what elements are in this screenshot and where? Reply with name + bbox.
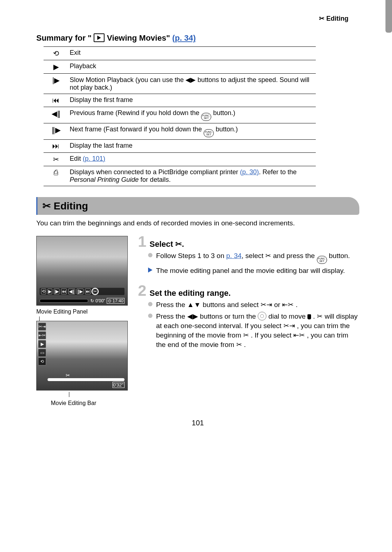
screenshot-playback: ⟲▶|▶⏮◀‖‖▶⏭✂ ↻ 0'00" ⊙ 17:40 xyxy=(36,236,128,306)
strip-icon: ‖▶ xyxy=(77,289,83,294)
bullet-row: Press the ▲▼ buttons and select ✂⇥ or ⇤✂… xyxy=(148,300,359,310)
strip-icon: ✂ xyxy=(92,289,98,294)
panel-icon: ✂⇥ xyxy=(38,323,46,331)
side-tab xyxy=(385,0,392,33)
clock-box: ⊙ 17:40 xyxy=(107,298,124,304)
playback-time-strip: ↻ 0'00" ⊙ 17:40 xyxy=(40,298,124,304)
func-set-icon: FUNC.SET xyxy=(204,129,214,137)
row-text: Exit xyxy=(68,47,316,60)
page-ref-link[interactable]: (p. 101) xyxy=(83,155,105,162)
edit-bar-track: ✂ xyxy=(48,378,124,381)
table-row: ‖▶Next frame (Fast forward if you hold d… xyxy=(44,123,316,140)
table-row: ⏭Display the last frame xyxy=(44,140,316,153)
step-heading: 2Set the editing range. xyxy=(138,285,359,298)
section-heading: ✂ Editing xyxy=(36,197,359,215)
step-number: 2 xyxy=(138,285,147,297)
row-icon: ⏮ xyxy=(44,94,68,107)
row-text: Previous frame (Rewind if you hold down … xyxy=(68,107,316,123)
table-row: ⏮Display the first frame xyxy=(44,94,316,107)
bullet-icon xyxy=(148,302,152,306)
bullet-list: Press the ▲▼ buttons and select ✂⇥ or ⇤✂… xyxy=(148,300,359,349)
table-row: ⟲Exit xyxy=(44,47,316,60)
row-icon: ‖▶ xyxy=(44,123,68,140)
elapsed-time: 0'00" xyxy=(95,298,105,303)
edit-bar-cursor-icon: ✂ xyxy=(66,372,70,378)
row-icon: ✂ xyxy=(44,153,68,166)
caption-pointer-line-2 xyxy=(69,392,131,397)
page-ref-link[interactable]: p. 34 xyxy=(226,252,241,259)
play-movie-icon xyxy=(94,33,105,42)
func-set-icon: FUNC.SET xyxy=(201,113,211,121)
bullet-icon xyxy=(148,253,152,257)
edit-bar-area: ✂ 0'32" xyxy=(48,378,124,388)
panel-icon: ▭ xyxy=(38,349,46,357)
two-column-layout: ⟲▶|▶⏮◀‖‖▶⏭✂ ↻ 0'00" ⊙ 17:40 Movie Editin… xyxy=(36,236,359,408)
total-time: 17:40 xyxy=(113,298,123,303)
panel-icon: ⟲ xyxy=(38,357,46,365)
row-text: Display the last frame xyxy=(68,140,316,153)
step-title: Set the editing range. xyxy=(150,289,231,298)
panel-icon: ▶ xyxy=(38,340,46,348)
row-icon: ▶ xyxy=(44,60,68,74)
result-arrow-icon xyxy=(148,267,152,273)
bullet-row: Press the ◀▶ buttons or turn the dial to… xyxy=(148,312,359,349)
bullet-text: The movie editing panel and the movie ed… xyxy=(156,266,345,275)
italic-title: Personal Printing Guide xyxy=(70,176,139,183)
row-text: Playback xyxy=(68,60,316,74)
strip-icon: |▶ xyxy=(54,289,60,294)
step-title: Select ✂. xyxy=(150,240,184,249)
strip-icon: ◀‖ xyxy=(68,289,75,294)
step-number: 1 xyxy=(138,236,147,248)
strip-icon: ▶ xyxy=(48,289,52,294)
steps-column: 1Select ✂.Follow Steps 1 to 3 on p. 34, … xyxy=(138,236,359,408)
table-row: ▶Playback xyxy=(44,60,316,74)
strip-icon: ⟲ xyxy=(41,289,46,294)
summary-prefix: Summary for " xyxy=(36,33,91,42)
bullet-text: Press the ◀▶ buttons or turn the dial to… xyxy=(156,312,359,349)
page-ref-link[interactable]: (p. 30) xyxy=(240,168,259,176)
elapsed-loop-icon: ↻ xyxy=(90,298,94,303)
summary-text: Viewing Movies" xyxy=(107,33,170,42)
row-icon: ⎙ xyxy=(44,166,68,186)
table-row: ✂Edit (p. 101) xyxy=(44,153,316,166)
bullet-icon xyxy=(148,314,152,318)
caption-edit-panel: Movie Editing Panel xyxy=(36,308,131,315)
dial-icon xyxy=(258,312,266,320)
bullet-list: Follow Steps 1 to 3 on p. 34, select ✂ a… xyxy=(148,251,359,275)
caption-pointer-line-1 xyxy=(39,316,131,321)
header-section-label: ✂ Editing xyxy=(36,15,359,23)
panel-icon: ⇤✂ xyxy=(38,331,46,339)
screenshot-edit-panel: ✂⇥⇤✂▶▭⟲ ✂ 0'32" xyxy=(36,321,128,391)
playback-icon-strip: ⟲▶|▶⏮◀‖‖▶⏭✂ xyxy=(40,288,124,295)
page-number: 101 xyxy=(36,419,359,427)
row-icon: ⏭ xyxy=(44,140,68,153)
section-intro: You can trim the beginnings and ends of … xyxy=(36,219,359,227)
progress-bar xyxy=(40,299,88,303)
row-icon: |▶ xyxy=(44,74,68,94)
summary-table: ⟲Exit▶Playback|▶Slow Motion Playback (yo… xyxy=(44,46,316,186)
bullet-row: The movie editing panel and the movie ed… xyxy=(148,266,359,275)
left-column: ⟲▶|▶⏮◀‖‖▶⏭✂ ↻ 0'00" ⊙ 17:40 Movie Editin… xyxy=(36,236,131,408)
bullet-row: Follow Steps 1 to 3 on p. 34, select ✂ a… xyxy=(148,251,359,264)
bullet-text: Press the ▲▼ buttons and select ✂⇥ or ⇤✂… xyxy=(156,300,298,310)
summary-title: Summary for " Viewing Movies" (p. 34) xyxy=(36,33,359,43)
marker-icon xyxy=(307,314,311,319)
edit-panel-icons: ✂⇥⇤✂▶▭⟲ xyxy=(38,323,46,365)
row-text: Displays when connected to a PictBridge … xyxy=(68,166,316,186)
strip-icon: ⏭ xyxy=(85,289,91,294)
step-heading: 1Select ✂. xyxy=(138,236,359,249)
bullet-text: Follow Steps 1 to 3 on p. 34, select ✂ a… xyxy=(156,251,350,264)
row-text: Next frame (Fast forward if you hold dow… xyxy=(68,123,316,140)
row-text: Display the first frame xyxy=(68,94,316,107)
caption-edit-bar: Movie Editing Bar xyxy=(51,400,131,406)
summary-page-ref[interactable]: (p. 34) xyxy=(172,33,196,42)
edit-bar-time: 0'32" xyxy=(113,382,124,388)
table-row: |▶Slow Motion Playback (you can use the … xyxy=(44,74,316,94)
row-icon: ◀‖ xyxy=(44,107,68,123)
table-row: ⎙Displays when connected to a PictBridge… xyxy=(44,166,316,186)
func-set-icon: FUNC.SET xyxy=(317,256,327,264)
row-icon: ⟲ xyxy=(44,47,68,60)
row-text: Edit (p. 101) xyxy=(68,153,316,166)
row-text: Slow Motion Playback (you can use the ◀▶… xyxy=(68,74,316,94)
page-content: ✂ Editing Summary for " Viewing Movies" … xyxy=(36,15,359,442)
